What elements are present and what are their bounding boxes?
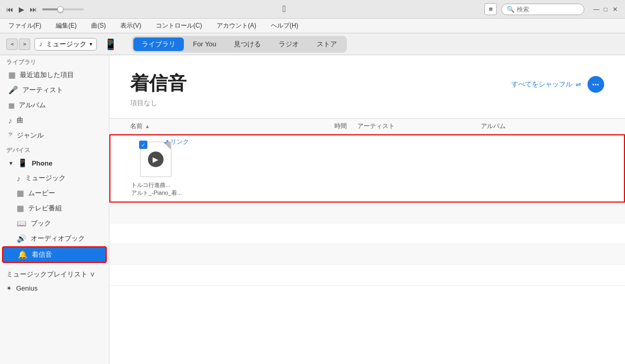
table-row-empty-3 <box>109 244 625 265</box>
content-area: 着信音 項目なし すべてをシャッフル ⇌ ••• 名前 ▲ 時間 アーティスト … <box>109 55 625 364</box>
file-name-line1: トルコ行進曲... <box>131 181 182 189</box>
column-header-time[interactable]: 時間 <box>316 122 347 131</box>
sidebar-item-genius-label: Genius <box>16 284 38 292</box>
artist-icon: 🎤 <box>8 85 18 95</box>
tab-radio[interactable]: ラジオ <box>270 37 307 51</box>
chevron-down-icon: ▾ <box>90 41 92 47</box>
play-button[interactable]: ▶ <box>19 5 24 14</box>
sidebar-item-song-label: 曲 <box>17 116 23 125</box>
sidebar-item-movie-label: ムービー <box>28 189 55 198</box>
page-subtitle: 項目なし <box>130 98 186 108</box>
content-title-block: 着信音 項目なし <box>130 71 186 108</box>
file-names: トルコ行進曲... アルト_-Piano_着... <box>131 181 182 197</box>
file-item-wrapper: ▶ ✓ ↗ リンク トルコ行進曲... アルト_- <box>131 142 182 197</box>
album-icon: ▦ <box>8 102 15 109</box>
sidebar-item-genius[interactable]: ✴ Genius <box>0 282 109 295</box>
library-label: ミュージック <box>46 40 86 49</box>
audiobook-icon: 🔊 <box>17 234 27 243</box>
sidebar-section-library: ライブラリ <box>0 55 109 67</box>
menu-account[interactable]: アカウント(A) <box>215 20 258 31</box>
rewind-button[interactable]: ⏮ <box>6 5 14 14</box>
apple-logo-icon:  <box>282 4 286 15</box>
tv-icon: ▦ <box>17 204 24 213</box>
tab-mitsukeru[interactable]: 見つける <box>226 37 269 51</box>
music-note-icon: ♪ <box>39 40 43 48</box>
recent-icon: ▦ <box>8 70 16 80</box>
maximize-button[interactable]: □ <box>602 6 609 13</box>
column-header-artist[interactable]: アーティスト <box>347 122 481 131</box>
play-overlay: ▶ <box>148 152 164 167</box>
menu-help[interactable]: ヘルプ(H) <box>269 20 301 31</box>
column-header-album[interactable]: アルバム <box>481 122 604 131</box>
song-icon: ♪ <box>8 116 12 125</box>
file-name-line2: アルト_-Piano_着... <box>131 189 182 197</box>
menu-song[interactable]: 曲(S) <box>89 20 108 31</box>
tab-foryou[interactable]: For You <box>185 38 225 50</box>
table-row-empty-4 <box>109 265 625 286</box>
file-link-badge: ↗ リンク <box>164 137 189 146</box>
sidebar-item-genre[interactable]: 𝄢 ジャンル <box>2 128 107 143</box>
sidebar-section-devices: デバイス <box>0 143 109 155</box>
shuffle-label: すべてをシャッフル <box>511 80 572 89</box>
sidebar-item-ringtone[interactable]: 🔔 着信音 <box>2 246 107 263</box>
shuffle-button[interactable]: すべてをシャッフル ⇌ <box>511 80 581 89</box>
menu-edit[interactable]: 編集(E) <box>54 20 79 31</box>
movie-icon: ▦ <box>17 189 24 198</box>
library-selector[interactable]: ♪ ミュージック ▾ <box>34 38 97 51</box>
more-button[interactable]: ••• <box>588 76 604 93</box>
nav-tabs: ライブラリ For You 見つける ラジオ ストア <box>132 36 347 53</box>
title-bar-right: ≡ 🔍 — □ ✕ <box>484 3 619 15</box>
sidebar-item-audiobook[interactable]: 🔊 オーディオブック <box>2 231 107 246</box>
content-actions: すべてをシャッフル ⇌ ••• <box>511 76 604 93</box>
menu-bar: ファイル(F) 編集(E) 曲(S) 表示(V) コントロール(C) アカウント… <box>0 19 625 33</box>
sort-arrow-icon: ▲ <box>145 123 150 129</box>
sidebar-item-ringtone-label: 着信音 <box>32 250 52 259</box>
sidebar-item-tv[interactable]: ▦ テレビ番組 <box>2 201 107 216</box>
nav-arrows: ＜ ＞ <box>6 39 30 50</box>
volume-slider[interactable] <box>42 8 84 10</box>
sidebar-item-artist[interactable]: 🎤 アーティスト <box>2 83 107 97</box>
sidebar-item-song[interactable]: ♪ 曲 <box>2 113 107 128</box>
file-checkbox: ✓ <box>139 141 147 149</box>
forward-button[interactable]: ⏭ <box>30 5 37 14</box>
sidebar-item-device-header[interactable]: ▼ 📱 Phone <box>2 156 107 170</box>
search-input[interactable] <box>517 6 579 13</box>
sidebar-item-book-label: ブック <box>31 219 51 228</box>
close-button[interactable]: ✕ <box>611 6 619 13</box>
table-body: ▶ ✓ ↗ リンク トルコ行進曲... アルト_- <box>109 134 625 364</box>
title-bar-center:  <box>282 4 286 15</box>
genius-icon: ✴ <box>6 284 12 292</box>
search-box: 🔍 <box>501 4 584 15</box>
sidebar-item-book[interactable]: 📖 ブック <box>2 216 107 231</box>
sidebar-item-album[interactable]: ▦ アルバム <box>2 98 107 112</box>
table-row[interactable]: ▶ ✓ ↗ リンク トルコ行進曲... アルト_- <box>109 134 625 203</box>
minimize-button[interactable]: — <box>593 6 600 13</box>
list-view-button[interactable]: ≡ <box>484 3 497 15</box>
nav-back-button[interactable]: ＜ <box>6 39 18 50</box>
sidebar-item-tv-label: テレビ番組 <box>28 204 62 213</box>
more-icon: ••• <box>592 82 599 87</box>
sidebar-item-audiobook-label: オーディオブック <box>31 234 85 243</box>
title-bar-left: ⏮ ▶ ⏭ <box>6 5 84 14</box>
device-phone-icon: 📱 <box>104 38 117 51</box>
tab-library[interactable]: ライブラリ <box>133 37 184 51</box>
menu-file[interactable]: ファイル(F) <box>6 20 43 31</box>
menu-control[interactable]: コントロール(C) <box>154 20 204 31</box>
search-icon: 🔍 <box>507 6 515 13</box>
title-bar: ⏮ ▶ ⏭  ≡ 🔍 — □ ✕ <box>0 0 625 19</box>
book-icon: 📖 <box>17 219 27 228</box>
table-row-empty-1 <box>109 203 625 223</box>
sidebar-item-playlist[interactable]: ミュージックプレイリスト ∨ <box>0 267 109 282</box>
link-label: リンク <box>170 137 189 146</box>
sidebar-item-recent[interactable]: ▦ 最近追加した項目 <box>2 68 107 82</box>
page-title: 着信音 <box>130 71 186 96</box>
nav-forward-button[interactable]: ＞ <box>19 39 30 50</box>
device-phone-icon: 📱 <box>18 158 28 168</box>
sidebar-item-recent-label: 最近追加した項目 <box>20 70 74 80</box>
sidebar-item-movie[interactable]: ▦ ムービー <box>2 186 107 200</box>
menu-view[interactable]: 表示(V) <box>118 20 143 31</box>
nav-bar: ＜ ＞ ♪ ミュージック ▾ 📱 ライブラリ For You 見つける ラジオ … <box>0 33 625 55</box>
sidebar-item-music[interactable]: ♪ ミュージック <box>2 171 107 185</box>
tab-store[interactable]: ストア <box>308 37 345 51</box>
column-header-name[interactable]: 名前 ▲ <box>130 122 316 131</box>
